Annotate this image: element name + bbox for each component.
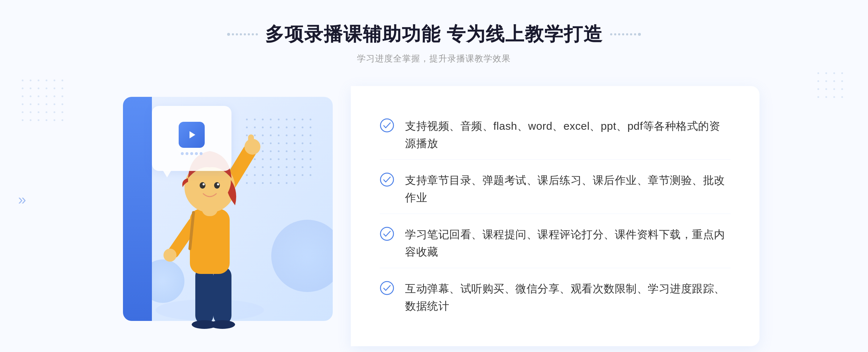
feature-item-2: 支持章节目录、弹题考试、课后练习、课后作业、章节测验、批改作业 — [380, 164, 731, 214]
svg-marker-0 — [190, 131, 195, 138]
feature-item-4: 互动弹幕、试听购买、微信分享、观看次数限制、学习进度跟踪、数据统计 — [380, 273, 731, 322]
title-decoration-right — [610, 33, 641, 36]
video-bar-dots — [181, 152, 203, 155]
decorative-dots-right — [817, 72, 846, 101]
svg-point-22 — [380, 282, 393, 295]
svg-point-11 — [163, 249, 176, 262]
decorative-dots-left — [22, 80, 67, 124]
svg-point-20 — [380, 173, 393, 186]
right-features-panel: 支持视频、音频、flash、word、excel、ppt、pdf等各种格式的资源… — [351, 86, 760, 346]
check-icon-3 — [380, 227, 394, 241]
feature-text-1: 支持视频、音频、flash、word、excel、ppt、pdf等各种格式的资源… — [405, 117, 731, 152]
illustration-panel: « — [109, 86, 354, 332]
illustration-sidebar — [123, 97, 152, 321]
double-arrow-decoration: » — [18, 192, 26, 208]
svg-rect-9 — [248, 134, 254, 149]
check-icon-2 — [380, 172, 394, 187]
main-title: 多项录播课辅助功能 专为线上教学打造 — [265, 22, 603, 47]
content-area: « — [109, 86, 760, 346]
header-section: 多项录播课辅助功能 专为线上教学打造 学习进度全掌握，提升录播课教学效果 — [227, 22, 641, 64]
speech-bubble — [152, 106, 231, 171]
feature-text-3: 学习笔记回看、课程提问、课程评论打分、课件资料下载，重点内容收藏 — [405, 226, 731, 261]
video-play-button — [179, 122, 205, 148]
svg-point-17 — [217, 183, 219, 185]
feature-text-4: 互动弹幕、试听购买、微信分享、观看次数限制、学习进度跟踪、数据统计 — [405, 280, 731, 315]
svg-point-16 — [203, 183, 205, 185]
feature-item-3: 学习笔记回看、课程提问、课程评论打分、课件资料下载，重点内容收藏 — [380, 219, 731, 268]
svg-rect-2 — [195, 267, 213, 325]
svg-point-19 — [380, 119, 393, 132]
svg-point-14 — [200, 182, 205, 189]
title-row: 多项录播课辅助功能 专为线上教学打造 — [227, 22, 641, 47]
feature-item-1: 支持视频、音频、flash、word、excel、ppt、pdf等各种格式的资源… — [380, 110, 731, 160]
check-icon-4 — [380, 281, 394, 295]
title-decoration-left — [227, 33, 258, 36]
svg-point-5 — [210, 320, 235, 329]
svg-rect-3 — [213, 267, 231, 325]
feature-text-2: 支持章节目录、弹题考试、课后练习、课后作业、章节测验、批改作业 — [405, 172, 731, 206]
check-icon-1 — [380, 118, 394, 133]
subtitle: 学习进度全掌握，提升录播课教学效果 — [227, 53, 641, 64]
svg-point-21 — [380, 227, 393, 240]
svg-point-15 — [214, 182, 220, 189]
page-container: » 多项录播课辅助功能 专为线上教学打造 学习进度全掌握，提升录播课教学效果 — [0, 0, 868, 352]
